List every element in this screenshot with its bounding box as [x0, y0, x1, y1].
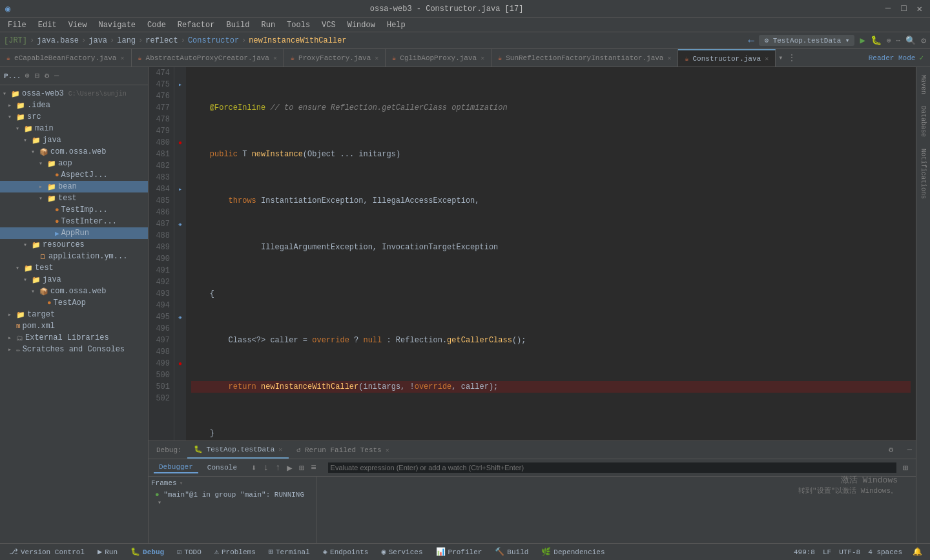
status-endpoints-button[interactable]: ◈ Endpoints [319, 546, 373, 558]
tab-abstractAuto[interactable]: ☕ AbstractAutoProxyCreator.java ✕ [132, 49, 285, 67]
sidebar-close-button[interactable]: — [53, 70, 60, 82]
resume-button[interactable]: ▶ [284, 462, 294, 473]
tree-item-pom[interactable]: m pom.xml [0, 320, 148, 332]
status-problems-button[interactable]: ⚠ Problems [211, 546, 260, 558]
tree-item-external-libs[interactable]: ▸ 🗂 External Libraries [0, 332, 148, 344]
debug-run-button[interactable]: 🐛 [871, 35, 882, 46]
menu-build[interactable]: Build [221, 19, 254, 31]
watch-input-area[interactable] [328, 462, 896, 473]
more-run-options[interactable]: ⋯ [896, 36, 901, 45]
tab-close-icon[interactable]: ✕ [120, 54, 124, 62]
tab-close-icon[interactable]: ✕ [273, 54, 277, 62]
tab-eCapableBean[interactable]: ☕ eCapableBeanFactory.java ✕ [0, 49, 132, 67]
status-services-button[interactable]: ◉ Services [377, 546, 426, 558]
tab-close-icon[interactable]: ✕ [765, 55, 769, 63]
step-over-button[interactable]: ⬇ [249, 462, 259, 473]
tree-item-test-folder[interactable]: ▾ 📁 test [0, 192, 148, 204]
menu-code[interactable]: Code [142, 19, 171, 31]
status-vcs-button[interactable]: ⎇ Version Control [5, 546, 88, 558]
collapse-all-button[interactable]: ⊟ [34, 70, 41, 82]
tree-item-resources[interactable]: ▾ 📁 resources [0, 239, 148, 251]
status-build-button[interactable]: 🔨 Build [491, 546, 532, 558]
nav-constructor[interactable]: Constructor [188, 36, 239, 45]
more-debug-button[interactable]: ≡ [308, 462, 318, 473]
reader-mode-button[interactable]: Reader Mode ✓ [862, 49, 930, 67]
tree-item-testimp[interactable]: ● TestImp... [0, 204, 148, 216]
database-panel-button[interactable]: Database [918, 101, 928, 142]
status-run-button[interactable]: ▶ Run [94, 546, 121, 558]
tree-item-com-ossa-web2[interactable]: ▾ 📦 com.ossa.web [0, 285, 148, 297]
step-out-button[interactable]: ↑ [273, 462, 283, 473]
tab-constructor[interactable]: ☕ Constructor.java ✕ [678, 49, 776, 67]
close-button[interactable]: ✕ [914, 3, 925, 14]
tab-options-button[interactable]: ⋮ [785, 49, 798, 67]
gutter-480[interactable]: ● [174, 137, 186, 149]
tree-item-target[interactable]: ▸ 📁 target [0, 309, 148, 320]
console-tab[interactable]: Console [202, 462, 242, 473]
sidebar-settings-button[interactable]: ⚙ [43, 70, 50, 82]
step-into-button[interactable]: ↓ [260, 462, 271, 473]
debug-settings-button[interactable]: ⚙ — [889, 445, 912, 455]
tree-item-application[interactable]: 🗒 application.ym... [0, 251, 148, 262]
tab-close-icon[interactable]: ✕ [480, 54, 484, 62]
menu-help[interactable]: Help [382, 19, 411, 31]
run-config-selector[interactable]: ⚙ TestAop.testData ▾ [759, 35, 854, 46]
debug-layout-button[interactable]: ⊞ [900, 462, 911, 473]
nav-java-base[interactable]: java.base [37, 36, 79, 45]
watch-expression-input[interactable] [328, 462, 896, 473]
tree-item-idea[interactable]: ▸ 📁 .idea [0, 99, 148, 111]
menu-tools[interactable]: Tools [282, 19, 315, 31]
tree-item-test-main[interactable]: ▾ 📁 test [0, 262, 148, 274]
search-everywhere-button[interactable]: 🔍 [905, 36, 916, 46]
tab-close-icon[interactable]: ✕ [667, 54, 671, 62]
thread-selector[interactable]: ▾ [180, 479, 183, 487]
menu-view[interactable]: View [63, 19, 92, 31]
debugger-tab[interactable]: Debugger [154, 462, 198, 473]
tree-item-com-ossa-web[interactable]: ▾ 📦 com.ossa.web [0, 146, 148, 158]
tab-proxyFactory[interactable]: ☕ ProxyFactory.java ✕ [284, 49, 386, 67]
status-terminal-button[interactable]: ⊞ Terminal [265, 546, 314, 558]
code-editor[interactable]: 474 475 476 477 478 479 480 481 482 483 … [149, 67, 916, 441]
locate-file-button[interactable]: ⊕ [23, 70, 30, 82]
debug-tab-rerun[interactable]: ↺ Rerun Failed Tests ✕ [290, 441, 395, 459]
tree-item-java2[interactable]: ▾ 📁 java [0, 274, 148, 285]
nav-method[interactable]: newInstanceWithCaller [249, 36, 346, 45]
thread-filter-icon[interactable]: ▾ [158, 499, 161, 506]
status-dependencies-button[interactable]: 🌿 Dependencies [537, 546, 608, 558]
menu-vcs[interactable]: VCS [316, 19, 341, 31]
run-button[interactable]: ▶ [860, 35, 865, 46]
nav-lang[interactable]: lang [117, 36, 136, 45]
maven-panel-button[interactable]: Maven [918, 70, 928, 99]
tab-sunReflection[interactable]: ☕ SunReflectionFactoryInstantiator.java … [491, 49, 678, 67]
menu-refactor[interactable]: Refactor [172, 19, 220, 31]
minimize-button[interactable]: ─ [883, 3, 893, 14]
tree-item-ossa-web3[interactable]: ▾ 📁 ossa-web3 C:\Users\sunjin [0, 88, 148, 99]
nav-java[interactable]: java [88, 36, 107, 45]
menu-edit[interactable]: Edit [33, 19, 62, 31]
tree-item-scratches[interactable]: ▸ ✏ Scratches and Consoles [0, 344, 148, 355]
notifications-button[interactable]: 🔔 [910, 547, 925, 557]
tree-item-aop[interactable]: ▾ 📁 aop [0, 158, 148, 169]
debug-tab-close[interactable]: ✕ [386, 446, 389, 454]
tree-item-src[interactable]: ▾ 📁 src [0, 111, 148, 123]
settings-button[interactable]: ⚙ [921, 36, 926, 46]
status-todo-button[interactable]: ☑ TODO [173, 546, 205, 558]
tree-item-aspectj[interactable]: ● AspectJ... [0, 169, 148, 181]
status-profiler-button[interactable]: 📊 Profiler [432, 546, 486, 558]
tree-item-java[interactable]: ▾ 📁 java [0, 134, 148, 146]
debug-tab-testaop[interactable]: 🐛 TestAop.testData ✕ [187, 441, 289, 459]
code-content[interactable]: @ForceInline // to ensure Reflection.get… [186, 67, 916, 441]
status-debug-button[interactable]: 🐛 Debug [127, 546, 168, 558]
grid-view-button[interactable]: ⊞ [296, 462, 307, 473]
notifications-panel-button[interactable]: Notifications [918, 143, 928, 204]
menu-window[interactable]: Window [342, 19, 380, 31]
menu-run[interactable]: Run [256, 19, 280, 31]
coverage-button[interactable]: ⊕ [887, 36, 891, 45]
tree-item-apprun[interactable]: ▶ AppRun [0, 227, 148, 239]
tree-item-testaop[interactable]: ● TestAop [0, 297, 148, 309]
tab-close-icon[interactable]: ✕ [375, 54, 378, 62]
tree-item-bean[interactable]: ▸ 📁 bean [0, 181, 148, 192]
menu-navigate[interactable]: Navigate [93, 19, 141, 31]
menu-file[interactable]: File [3, 19, 32, 31]
more-tabs-button[interactable]: ▾ [776, 49, 785, 67]
